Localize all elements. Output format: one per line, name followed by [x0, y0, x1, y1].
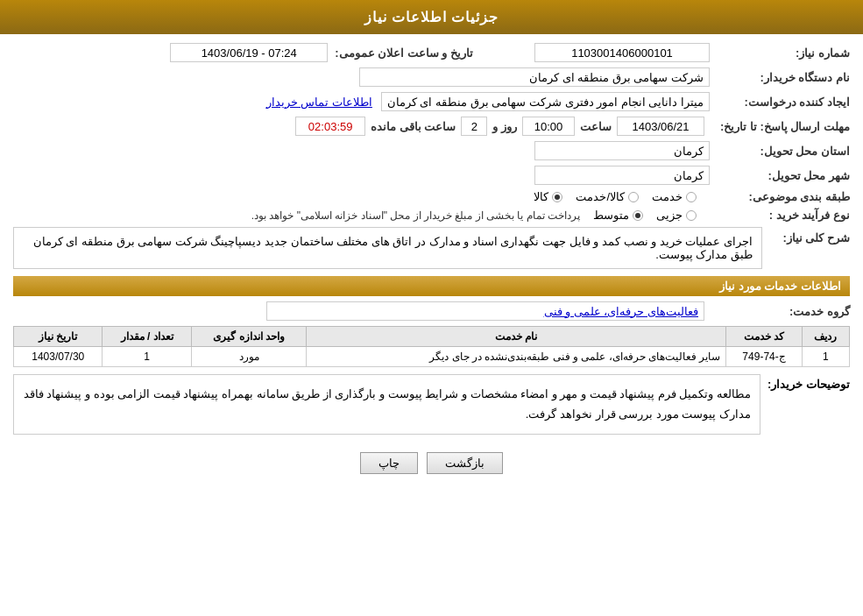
table-row: 1 ج-74-749 سایر فعالیت‌های حرفه‌ای، علمی… [14, 347, 850, 367]
province-value: کرمان [534, 141, 710, 160]
deadline-days-label: روز و [492, 120, 517, 133]
requester-label: ایجاد کننده درخواست: [710, 96, 850, 109]
buyer-notes-label: توضیحات خریدار: [760, 374, 850, 391]
services-table: ردیف کد خدمت نام خدمت واحد اندازه گیری ت… [13, 326, 850, 367]
deadline-remaining-value: 02:03:59 [295, 117, 365, 136]
province-row: استان محل تحویل: کرمان [13, 141, 850, 160]
purchase-type-note: پرداخت تمام یا بخشی از مبلغ خریدار از مح… [251, 209, 580, 222]
group-value: فعالیت‌های حرفه‌ای، علمی و فنی [266, 301, 704, 321]
category-goods-radio[interactable] [552, 192, 562, 202]
general-desc-label: شرح کلی نیاز: [762, 227, 850, 244]
deadline-row: مهلت ارسال پاسخ: تا تاریخ: 1403/06/21 سا… [13, 117, 850, 136]
cell-row-num: 1 [802, 347, 849, 367]
deadline-date: 1403/06/21 [617, 117, 704, 136]
col-date: تاریخ نیاز [14, 327, 103, 347]
category-service: خدمت [652, 190, 697, 203]
category-goods: کالا [534, 190, 562, 203]
purchase-type-medium-radio[interactable] [633, 210, 643, 221]
buying-station-value: شرکت سهامی برق منطقه ای کرمان [359, 67, 710, 87]
purchase-type-row: نوع فرآیند خرید : جزیی متوسط پرداخت تمام… [13, 209, 850, 222]
col-qty: تعداد / مقدار [103, 327, 191, 347]
table-header-row: ردیف کد خدمت نام خدمت واحد اندازه گیری ت… [14, 327, 850, 347]
buying-station-label: نام دستگاه خریدار: [710, 71, 850, 84]
buttons-row: بازگشت چاپ [13, 452, 850, 474]
col-service-code: کد خدمت [726, 327, 803, 347]
province-label: استان محل تحویل: [710, 145, 850, 158]
deadline-label: مهلت ارسال پاسخ: تا تاریخ: [710, 120, 850, 133]
need-number-row: شماره نیاز: 1103001406000101 تاریخ و ساع… [13, 43, 850, 62]
cell-unit: مورد [191, 347, 306, 367]
col-service-name: نام خدمت [307, 327, 726, 347]
category-goods-service: کالا/خدمت [576, 190, 639, 203]
city-label: شهر محل تحویل: [710, 169, 850, 182]
buying-station-row: نام دستگاه خریدار: شرکت سهامی برق منطقه … [13, 67, 850, 87]
buyer-notes-box: مطالعه وتکمیل فرم پیشنهاد قیمت و مهر و ا… [13, 374, 760, 435]
need-number-label: شماره نیاز: [710, 46, 850, 60]
deadline-time-value: 10:00 [522, 117, 575, 136]
city-value: کرمان [534, 166, 710, 185]
deadline-remaining-label: ساعت باقی مانده [371, 120, 456, 133]
col-unit: واحد اندازه گیری [191, 327, 306, 347]
buyer-notes-text: مطالعه وتکمیل فرم پیشنهاد قیمت و مهر و ا… [24, 387, 751, 421]
category-goods-service-radio[interactable] [628, 192, 639, 202]
category-label: طبقه بندی موضوعی: [710, 190, 850, 203]
announcement-value: 1403/06/19 - 07:24 [170, 43, 328, 62]
back-button[interactable]: بازگشت [427, 452, 503, 474]
announcement-label: تاریخ و ساعت اعلان عمومی: [328, 46, 473, 60]
purchase-type-medium: متوسط [593, 209, 643, 222]
cell-service-name: سایر فعالیت‌های حرفه‌ای، علمی و فنی طبقه… [307, 347, 726, 367]
category-row: طبقه بندی موضوعی: خدمت کالا/خدمت کالا [13, 190, 850, 203]
contact-link[interactable]: اطلاعات تماس خریدار [266, 96, 372, 109]
general-description-text: اجرای عملیات خرید و نصب کمد و فایل جهت ن… [33, 235, 753, 261]
group-label: گروه خدمت: [710, 305, 850, 318]
cell-service-code: ج-74-749 [726, 347, 803, 367]
services-info-header: اطلاعات خدمات مورد نیاز [13, 276, 850, 296]
purchase-type-partial: جزیی [656, 209, 697, 222]
group-service-row: گروه خدمت: فعالیت‌های حرفه‌ای، علمی و فن… [13, 301, 850, 321]
requester-value: میترا دانایی انجام امور دفتری شرکت سهامی… [381, 92, 710, 111]
deadline-time-label: ساعت [580, 120, 612, 133]
services-table-section: ردیف کد خدمت نام خدمت واحد اندازه گیری ت… [13, 326, 850, 367]
header-title: جزئیات اطلاعات نیاز [364, 10, 499, 25]
requester-row: ایجاد کننده درخواست: میترا دانایی انجام … [13, 92, 850, 111]
city-row: شهر محل تحویل: کرمان [13, 166, 850, 185]
cell-qty: 1 [103, 347, 191, 367]
cell-date: 1403/07/30 [14, 347, 103, 367]
buyer-notes-row: توضیحات خریدار: مطالعه وتکمیل فرم پیشنها… [13, 374, 850, 443]
general-description-box: اجرای عملیات خرید و نصب کمد و فایل جهت ن… [13, 227, 762, 269]
purchase-type-label: نوع فرآیند خرید : [710, 209, 850, 222]
purchase-type-partial-radio[interactable] [686, 210, 697, 221]
deadline-days-value: 2 [461, 117, 487, 136]
print-button[interactable]: چاپ [360, 452, 418, 474]
page-header: جزئیات اطلاعات نیاز [0, 0, 863, 34]
need-number-value: 1103001406000101 [534, 43, 710, 62]
col-row-num: ردیف [802, 327, 849, 347]
category-service-radio[interactable] [686, 192, 697, 202]
